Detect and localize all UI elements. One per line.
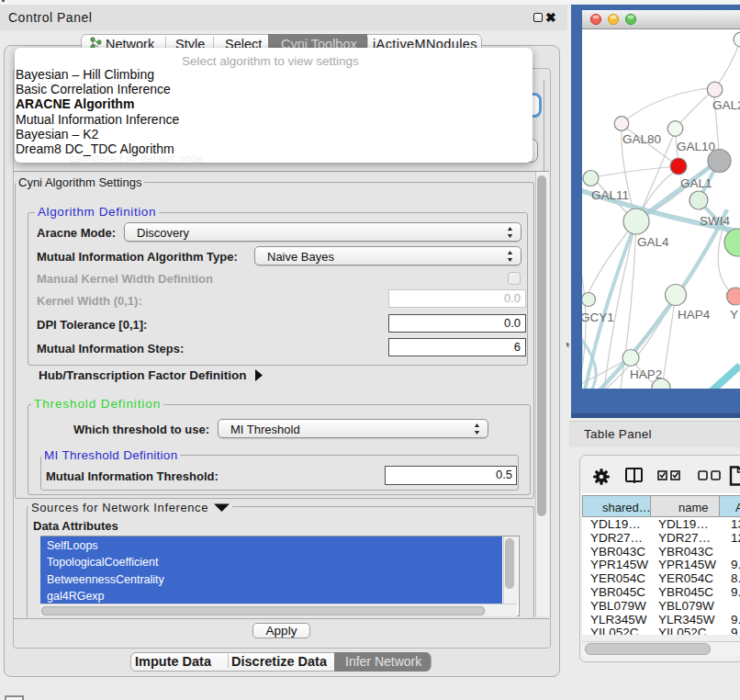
svg-text:GAL1: GAL1 (680, 176, 712, 190)
svg-text:GAL2: GAL2 (712, 98, 740, 112)
svg-text:GAL80: GAL80 (622, 132, 661, 146)
svg-text:HAP4: HAP4 (678, 308, 711, 322)
svg-text:Y: Y (730, 308, 738, 322)
svg-text:HAP2: HAP2 (630, 367, 662, 381)
svg-text:SWI4: SWI4 (700, 214, 730, 228)
svg-text:GAL4: GAL4 (637, 235, 669, 249)
svg-text:GCY1: GCY1 (582, 310, 614, 324)
svg-text:GAL11: GAL11 (591, 188, 629, 202)
svg-text:GAL10: GAL10 (677, 140, 715, 153)
